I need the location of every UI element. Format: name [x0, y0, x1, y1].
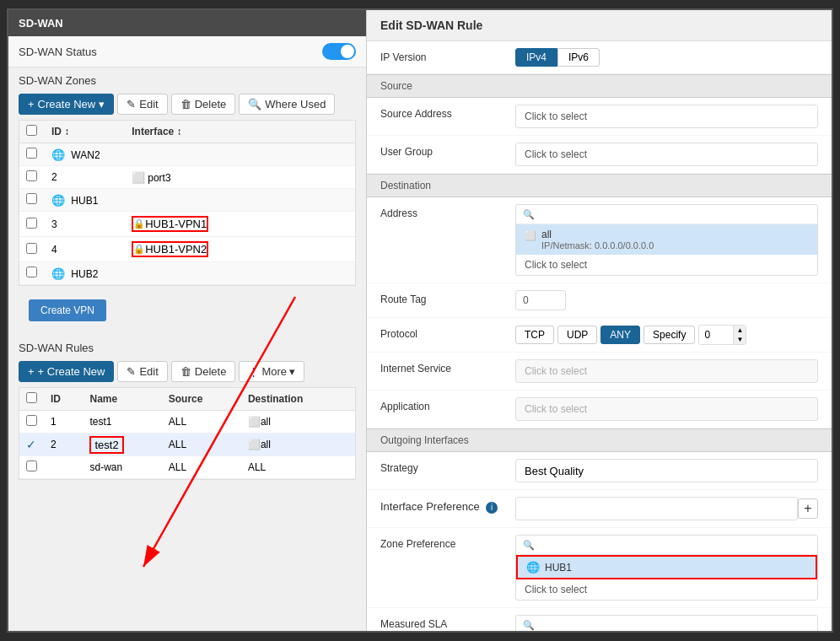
- check-icon: ✓: [26, 438, 36, 451]
- sdwan-status-toggle[interactable]: [322, 43, 356, 60]
- rules-create-new-button[interactable]: + + Create New: [19, 361, 114, 382]
- trash-icon: 🗑: [180, 98, 191, 110]
- rules-edit-button[interactable]: ✎ Edit: [117, 361, 167, 382]
- edit-icon: ✎: [127, 365, 136, 378]
- zones-edit-button[interactable]: ✎ Edit: [117, 94, 167, 115]
- source-address-select[interactable]: Click to select: [515, 105, 818, 128]
- table-row[interactable]: 2 ⬜port3: [19, 166, 355, 189]
- rules-delete-button[interactable]: 🗑 Delete: [171, 361, 236, 382]
- ip-version-control: IPv4 IPv6: [515, 48, 818, 67]
- zones-section-label: SD-WAN Zones: [19, 74, 356, 87]
- table-row[interactable]: ✓ 2 test2 ALL ⬜all: [19, 434, 355, 456]
- search-icon: 🔍: [523, 209, 535, 220]
- info-icon[interactable]: i: [486, 502, 498, 514]
- address-label: Address: [380, 204, 515, 219]
- address-dropdown-item[interactable]: ⬜ all IP/Netmask: 0.0.0.0/0.0.0.0: [516, 224, 817, 255]
- create-vpn-button[interactable]: Create VPN: [29, 299, 106, 321]
- search-icon: 🔍: [523, 540, 535, 551]
- tcp-button[interactable]: TCP: [515, 326, 554, 344]
- zones-id-header: ID ↕: [45, 121, 125, 143]
- port-up-button[interactable]: ▲: [734, 326, 746, 335]
- zones-where-used-button[interactable]: 🔍 Where Used: [239, 94, 335, 115]
- table-row[interactable]: 🌐 HUB1: [19, 189, 355, 212]
- route-tag-input[interactable]: [515, 290, 566, 310]
- zone-row-checkbox[interactable]: [26, 193, 37, 204]
- table-row[interactable]: 3 🔒 HUB1-VPN1: [19, 212, 355, 237]
- destination-section-header: Destination: [367, 174, 832, 197]
- source-section-header: Source: [367, 74, 832, 98]
- vpn-badge: 🔒 HUB1-VPN2: [132, 241, 208, 257]
- address-search-input[interactable]: [540, 208, 810, 220]
- zones-edit-label: Edit: [139, 98, 158, 110]
- strategy-value-text: Best Quality: [525, 465, 584, 477]
- zone-row-checkbox[interactable]: [26, 148, 37, 159]
- port-down-button[interactable]: ▼: [734, 335, 746, 344]
- table-row[interactable]: 4 🔒 HUB1-VPN2: [19, 237, 355, 262]
- zone-preference-control: 🔍 🌐 HUB1 Click to select: [515, 535, 818, 601]
- rules-create-new-label: + Create New: [38, 365, 105, 378]
- internet-service-label: Internet Service: [380, 359, 515, 374]
- rules-more-button[interactable]: ⋮ More ▾: [239, 361, 304, 382]
- rule-row-checkbox[interactable]: [26, 415, 37, 426]
- zone-interface: 🔒 HUB1-VPN1: [125, 212, 355, 237]
- search-icon: 🔍: [523, 620, 535, 631]
- zones-select-all-checkbox[interactable]: [26, 125, 37, 136]
- zones-create-new-button[interactable]: + Create New ▾: [19, 94, 114, 115]
- application-row: Application Click to select: [367, 391, 832, 428]
- strategy-select[interactable]: Best Quality: [515, 459, 818, 482]
- application-select[interactable]: Click to select: [515, 397, 818, 421]
- rules-source-header: Source: [162, 388, 241, 411]
- right-panel: Edit SD-WAN Rule IP Version IPv4 IPv6 So…: [367, 10, 832, 631]
- globe-icon: 🌐: [51, 267, 65, 280]
- interface-preference-add-button[interactable]: +: [798, 498, 818, 519]
- port-input[interactable]: [699, 326, 733, 343]
- table-row[interactable]: sd-wan ALL ALL: [19, 456, 355, 479]
- ipv6-button[interactable]: IPv6: [557, 48, 600, 67]
- zones-delete-button[interactable]: 🗑 Delete: [171, 94, 236, 115]
- zones-toolbar: + Create New ▾ ✎ Edit 🗑 Delete 🔍 Where U…: [19, 94, 356, 115]
- zone-row-checkbox[interactable]: [26, 170, 37, 181]
- user-group-label: User Group: [380, 143, 515, 158]
- udp-button[interactable]: UDP: [557, 326, 597, 344]
- rules-id-header: ID: [44, 388, 83, 411]
- zone-search-input[interactable]: [540, 539, 810, 551]
- specify-button[interactable]: Specify: [643, 326, 695, 344]
- table-row[interactable]: 1 test1 ALL ⬜all: [19, 411, 355, 434]
- address-dropdown: 🔍 ⬜ all IP/Netmask: 0.0.0.0/0.0.0.0 Clic…: [515, 204, 818, 276]
- internet-service-select[interactable]: Click to select: [515, 359, 818, 383]
- edit-rule-title: Edit SD-WAN Rule: [367, 10, 832, 41]
- rules-name-header: Name: [83, 388, 161, 411]
- zone-row-checkbox[interactable]: [26, 243, 37, 254]
- rules-select-all-checkbox[interactable]: [26, 392, 37, 403]
- rule-name-highlight: test2: [89, 436, 123, 454]
- application-control: Click to select: [515, 397, 818, 421]
- table-row[interactable]: 🌐 HUB2: [19, 262, 355, 285]
- dropdown-arrow-icon: ▾: [289, 365, 295, 378]
- rule-destination: ⬜all: [241, 434, 355, 456]
- zones-create-new-label: Create New: [38, 98, 96, 110]
- zone-click-to-select[interactable]: Click to select: [516, 579, 817, 600]
- zone-row-checkbox[interactable]: [26, 267, 37, 277]
- measured-sla-input[interactable]: [540, 619, 810, 631]
- globe-icon: 🌐: [51, 148, 65, 161]
- zone-group-name: 🌐 HUB2: [45, 262, 355, 285]
- zone-item-name: HUB1: [545, 562, 572, 574]
- rules-delete-label: Delete: [195, 365, 227, 378]
- user-group-select[interactable]: Click to select: [515, 143, 818, 166]
- rule-name: sd-wan: [83, 456, 161, 479]
- edit-icon: ✎: [127, 98, 136, 110]
- interface-preference-control: +: [515, 497, 818, 520]
- strategy-control: Best Quality: [515, 459, 818, 482]
- vpn-badge: 🔒 HUB1-VPN1: [132, 216, 208, 232]
- any-button[interactable]: ANY: [600, 326, 640, 344]
- ipv4-button[interactable]: IPv4: [515, 48, 557, 67]
- plus-icon: +: [28, 98, 35, 110]
- zone-preference-label: Zone Preference: [380, 535, 515, 550]
- rule-row-checkbox[interactable]: [26, 461, 37, 471]
- address-click-to-select[interactable]: Click to select: [516, 255, 817, 275]
- zone-row-checkbox[interactable]: [26, 218, 37, 229]
- zone-dropdown-item[interactable]: 🌐 HUB1: [516, 555, 817, 579]
- rules-more-label: More: [261, 365, 287, 378]
- table-row[interactable]: 🌐 WAN2: [19, 143, 355, 166]
- zone-id: 4: [45, 237, 125, 262]
